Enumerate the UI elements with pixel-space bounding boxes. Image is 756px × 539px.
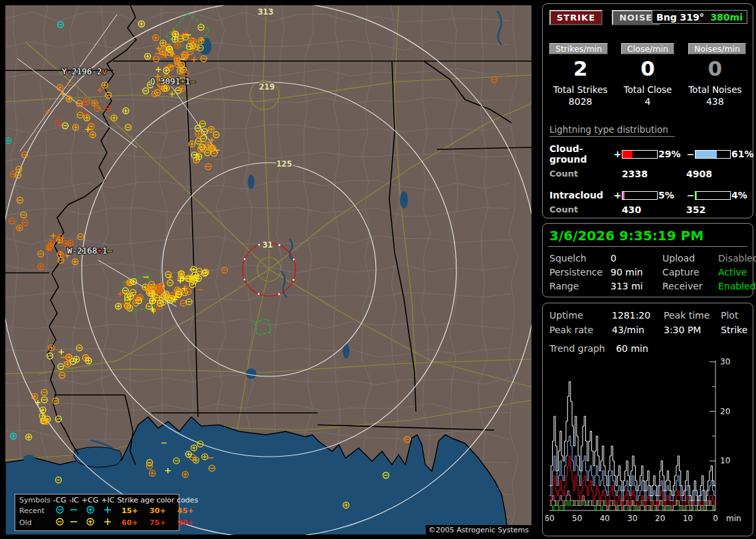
datetime-display: 3/6/2026 9:35:19 PM — [549, 228, 746, 244]
close-per-min-badge: Close/min — [621, 43, 674, 54]
ic-plus-count: 430 — [622, 204, 686, 215]
old-ic-plus-icon — [100, 517, 116, 529]
trend-graph-chart: 1020306050403020100min — [545, 356, 750, 526]
peak-rate-label: Peak rate — [549, 325, 612, 335]
legend-recent-row: Recent 15+ 30+ 45+ — [18, 505, 199, 517]
capture-label: Capture — [662, 267, 718, 277]
storm-cell-label: Q-3091+1– — [150, 76, 195, 86]
uptime-label: Uptime — [549, 310, 612, 321]
legend-old-row: Old 60+ 75+ 90+ — [18, 517, 199, 529]
upload-label: Upload — [662, 253, 718, 264]
svg-text:40: 40 — [600, 514, 610, 523]
receiver-label: Receiver — [662, 281, 718, 291]
strike-mode-button[interactable]: STRIKE — [549, 10, 603, 25]
range-ring-label: 219 — [259, 82, 274, 92]
old-cg-plus-icon — [80, 517, 100, 529]
age-code-60: 60+ — [116, 517, 143, 529]
range-ring-label: 31 — [262, 240, 273, 250]
plot-label: Plot — [721, 310, 747, 321]
ic-minus-count: 352 — [686, 204, 746, 215]
svg-text:60: 60 — [545, 514, 555, 523]
age-code-75: 75+ — [143, 517, 171, 529]
legend-col-ic-minus: -IC — [68, 496, 80, 505]
age-code-90: 90+ — [171, 517, 199, 529]
legend-symbols-header: Symbols — [18, 496, 52, 505]
distribution-title: Lightning type distribution — [549, 124, 675, 137]
count-label: Count — [549, 169, 622, 179]
storm-cell-label: W-2168+1– — [67, 246, 112, 256]
svg-text:30: 30 — [720, 357, 730, 366]
legend-recent-label: Recent — [18, 505, 52, 517]
close-per-min-value: 0 — [616, 56, 678, 80]
recent-cg-minus-icon — [52, 505, 68, 517]
trend-panel: Uptime 1281:20 Peak time Plot Peak rate … — [542, 303, 753, 536]
recent-ic-plus-icon — [100, 505, 116, 517]
status-panel: 3/6/2026 9:35:19 PM Squelch 0 Upload Dis… — [542, 223, 753, 297]
legend-col-ic-plus: +IC — [100, 496, 116, 505]
noises-per-min-badge: Noises/min — [688, 43, 746, 54]
minus-sign: − — [686, 149, 695, 159]
svg-text:10: 10 — [720, 456, 730, 465]
upload-status: Disabled — [718, 253, 756, 264]
minus-sign: − — [686, 190, 695, 200]
cloud-ground-count-row: Count 2338 4908 — [549, 169, 746, 179]
svg-text:0: 0 — [713, 514, 718, 523]
copyright-text: ©2005 Astrogenic Systems — [426, 525, 531, 535]
plus-sign: + — [613, 149, 622, 159]
map-legend: Symbols -CG -IC +CG +IC Strike age color… — [15, 494, 179, 531]
cg-plus-bar — [622, 150, 658, 159]
strikes-per-min-badge: Strikes/min — [549, 43, 608, 54]
divider — [548, 246, 747, 247]
svg-text:30: 30 — [627, 514, 637, 523]
bearing-range-display: Bng 319° 380mi — [652, 10, 747, 24]
squelch-label: Squelch — [549, 253, 611, 264]
cloud-ground-row: Cloud-ground + 29% − 61% — [549, 143, 746, 165]
app-window: { "map": { "bg_color": "#6d5f58", "ring_… — [0, 0, 756, 539]
trend-window-value: 60 min — [616, 343, 648, 354]
total-close-label: Total Close — [616, 84, 678, 95]
cg-minus-count: 4908 — [686, 169, 746, 179]
ic-plus-bar — [622, 191, 658, 200]
plot-mode-value: Strike — [721, 325, 747, 335]
ic-minus-bar — [695, 191, 731, 200]
cg-plus-pct: 29% — [658, 149, 686, 159]
legend-header-row: Symbols -CG -IC +CG +IC Strike age color… — [18, 496, 199, 505]
noises-per-min-value: 0 — [684, 56, 746, 80]
total-strikes-value: 8028 — [549, 96, 611, 107]
trend-graph-label: Trend graph — [549, 343, 605, 354]
capture-status: Active — [718, 267, 756, 277]
legend-age-header: Strike age color codes — [116, 496, 199, 505]
peak-time-label: Peak time — [664, 310, 721, 321]
legend-col-cg-plus: +CG — [80, 496, 100, 505]
age-code-15: 15+ — [116, 505, 143, 517]
range-setting-value: 313 mi — [611, 281, 662, 291]
receiver-status: Enabled — [718, 281, 756, 291]
persistence-label: Persistence — [549, 267, 611, 277]
cg-minus-bar — [695, 150, 731, 159]
persistence-value: 90 min — [611, 267, 662, 277]
cg-plus-count: 2338 — [622, 169, 686, 179]
ic-plus-pct: 5% — [658, 190, 686, 200]
range-ring-label: 125 — [276, 159, 292, 169]
plus-sign: + — [613, 190, 622, 200]
peak-time-value: 3:30 PM — [664, 325, 721, 335]
age-code-45: 45+ — [171, 505, 199, 517]
legend-old-label: Old — [18, 517, 52, 529]
svg-text:10: 10 — [683, 514, 693, 523]
intracloud-row: Intracloud + 5% − 4% — [549, 190, 746, 200]
total-strikes-label: Total Strikes — [549, 84, 611, 95]
count-label: Count — [549, 204, 622, 215]
svg-text:20: 20 — [720, 407, 730, 416]
total-noises-label: Total Noises — [684, 84, 746, 95]
cg-minus-pct: 61% — [731, 149, 756, 159]
map-canvas: 31321912531Y-2196-2vQ-3091+1–W-2168+1– — [5, 5, 531, 535]
uptime-value: 1281:20 — [612, 310, 664, 321]
age-code-30: 30+ — [143, 505, 171, 517]
lightning-map[interactable]: 31321912531Y-2196-2vQ-3091+1–W-2168+1– S… — [5, 5, 531, 535]
recent-cg-plus-icon — [80, 505, 100, 517]
old-ic-minus-icon — [68, 517, 80, 529]
squelch-value: 0 — [611, 253, 662, 264]
strike-counters-panel: STRIKE NOISE Bng 319° 380mi Strikes/min … — [542, 3, 753, 218]
range-label: Range — [549, 281, 611, 291]
intracloud-count-row: Count 430 352 — [549, 204, 746, 215]
